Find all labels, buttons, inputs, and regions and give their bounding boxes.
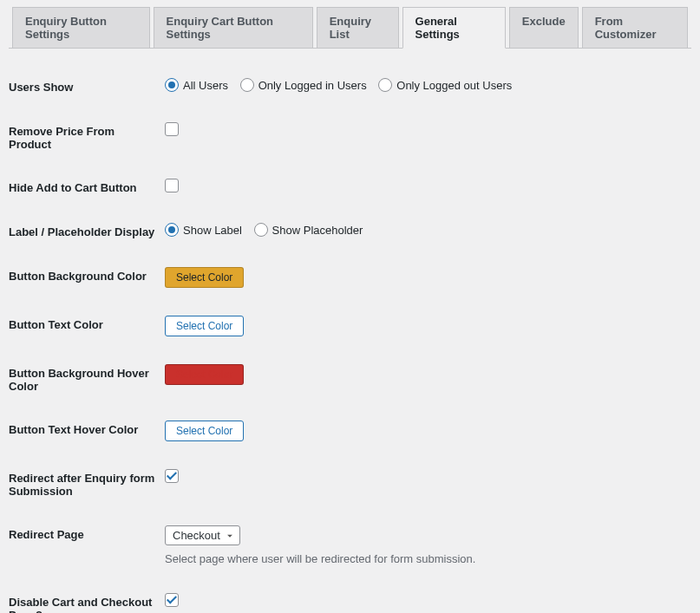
settings-tabs: Enquiry Button Settings Enquiry Cart But…	[9, 7, 691, 49]
redirect-page-1-label: Redirect Page	[9, 515, 165, 583]
btn-bg-hover-label: Button Background Hover Color	[9, 354, 165, 410]
redirect-after-label: Redirect after Enquiry form Submission	[9, 459, 165, 515]
users-show-loggedout-radio[interactable]	[378, 78, 392, 92]
users-show-all-radio[interactable]	[165, 78, 179, 92]
users-show-loggedin-text: Only Logged in Users	[258, 79, 367, 92]
hide-cart-label: Hide Add to Cart Button	[9, 168, 165, 212]
show-placeholder-option[interactable]: Show Placeholder	[254, 223, 363, 237]
settings-form: Users Show All Users Only Logged in User…	[9, 68, 691, 613]
btn-bg-color-button[interactable]: Select Color	[165, 267, 244, 288]
users-show-loggedout-text: Only Logged out Users	[396, 79, 512, 92]
disable-cart-label: Disable Cart and Checkout Page?	[9, 583, 165, 613]
users-show-loggedin-radio[interactable]	[240, 78, 254, 92]
users-show-all[interactable]: All Users	[165, 78, 228, 92]
redirect-after-checkbox[interactable]	[165, 469, 179, 483]
users-show-all-text: All Users	[183, 79, 228, 92]
show-placeholder-text: Show Placeholder	[272, 224, 363, 237]
tab-enquiry-button[interactable]: Enquiry Button Settings	[12, 7, 150, 49]
users-show-loggedout[interactable]: Only Logged out Users	[378, 78, 512, 92]
btn-text-color-button[interactable]: Select Color	[165, 316, 244, 336]
btn-text-hover-label: Button Text Hover Color	[9, 410, 165, 459]
tab-exclude[interactable]: Exclude	[509, 7, 579, 49]
show-placeholder-radio[interactable]	[254, 223, 268, 237]
users-show-label: Users Show	[9, 68, 165, 112]
show-label-option[interactable]: Show Label	[165, 223, 242, 237]
show-label-text: Show Label	[183, 224, 242, 237]
remove-price-label: Remove Price From Product	[9, 112, 165, 168]
redirect-page-1-select[interactable]: Checkout	[165, 525, 240, 545]
hide-cart-checkbox[interactable]	[165, 179, 179, 192]
tab-from-customizer[interactable]: From Customizer	[582, 7, 688, 49]
btn-bg-hover-color-button[interactable]: Select Color	[165, 364, 244, 385]
users-show-loggedin[interactable]: Only Logged in Users	[240, 78, 367, 92]
redirect-page-1-desc: Select page where user will be redirecte…	[165, 552, 683, 565]
remove-price-checkbox[interactable]	[165, 122, 179, 136]
tab-enquiry-list[interactable]: Enquiry List	[317, 7, 399, 49]
btn-bg-label: Button Background Color	[9, 257, 165, 305]
label-display-label: Label / Placeholder Display	[9, 212, 165, 257]
tab-general-settings[interactable]: General Settings	[402, 7, 506, 49]
tab-enquiry-cart-button[interactable]: Enquiry Cart Button Settings	[154, 7, 313, 49]
show-label-radio[interactable]	[165, 223, 179, 237]
btn-text-label: Button Text Color	[9, 305, 165, 354]
btn-text-hover-color-button[interactable]: Select Color	[165, 421, 244, 441]
disable-cart-checkbox[interactable]	[165, 593, 179, 607]
